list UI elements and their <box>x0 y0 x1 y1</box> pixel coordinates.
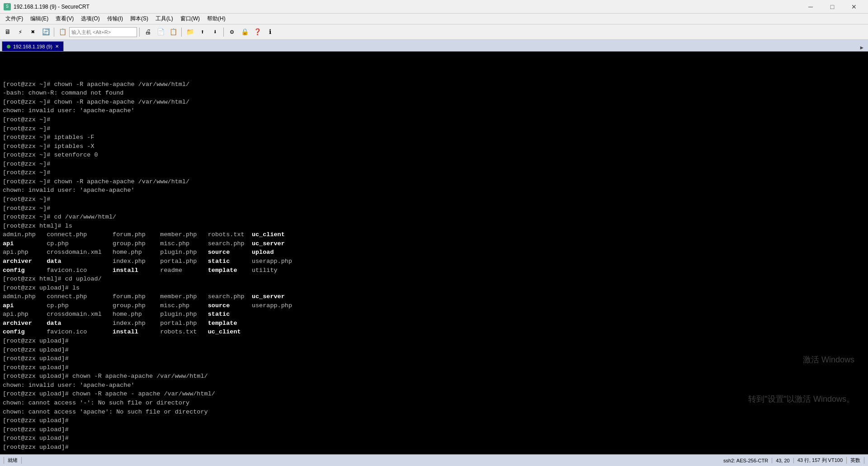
terminal-line: [root@zzx upload]# <box>3 443 865 452</box>
tb-print-button[interactable]: 🖨 <box>142 26 154 38</box>
tb-lock-button[interactable]: 🔒 <box>239 26 250 38</box>
tab-label: 192.168.1.198 (9) <box>13 44 52 49</box>
status-encoding: 英数 <box>847 457 864 464</box>
tb-help-button[interactable]: ❓ <box>251 26 263 38</box>
terminal-line: [root@zzx ~]# setenforce 0 <box>3 151 865 160</box>
terminal-line: api.php crossdomain.xml home.php plugin.… <box>3 310 865 319</box>
status-ready: 就绪 <box>4 457 22 464</box>
terminal-line: [root@zzx upload]# <box>3 434 865 443</box>
terminal-line: [root@zzx upload]# <box>3 425 865 434</box>
toolbar-separator-2 <box>139 28 140 37</box>
menu-script[interactable]: 脚本(S) <box>127 14 152 24</box>
terminal-line: [root@zzx ~]# chown -R apache-apache /va… <box>3 177 865 186</box>
tab-scroll-button[interactable]: ▶ <box>858 44 866 51</box>
minimize-button[interactable]: ─ <box>800 0 821 14</box>
statusbar: 就绪 ssh2: AES-256-CTR 43, 20 43 行, 157 列 … <box>0 454 868 466</box>
status-ssh: ssh2: AES-256-CTR <box>720 458 772 463</box>
tb-copy-button[interactable]: 📄 <box>155 26 166 38</box>
status-cursor: 43, 20 <box>772 458 794 463</box>
tb-upload-button[interactable]: ⬆ <box>197 26 208 38</box>
menu-window[interactable]: 窗口(W) <box>177 14 203 24</box>
terminal-line: chown: cannot access 'apache': No such f… <box>3 408 865 417</box>
terminal-line: [root@zzx upload]# <box>3 363 865 372</box>
toolbar-separator-4 <box>223 28 224 37</box>
terminal-line: api cp.php group.php misc.php search.php… <box>3 239 865 248</box>
terminal-line: api cp.php group.php misc.php source use… <box>3 301 865 310</box>
terminal-line: admin.php connect.php forum.php member.p… <box>3 292 865 301</box>
terminal-line: [root@zzx upload]# <box>3 354 865 363</box>
terminal-line: archiver data index.php portal.php stati… <box>3 257 865 266</box>
terminal-line: [root@zzx ~]# chown -R apache-apache /va… <box>3 98 865 107</box>
toolbar: 🖥 ⚡ ✖ 🔄 📋 🖨 📄 📋 📁 ⬆ ⬇ ⚙ 🔒 ❓ ℹ <box>0 24 868 40</box>
terminal-line: [root@zzx upload]# <box>3 337 865 346</box>
tb-disconnect-button[interactable]: ✖ <box>27 26 39 38</box>
terminal-line: archiver data index.php portal.php templ… <box>3 319 865 328</box>
terminal-line: [root@zzx ~]# cd /var/www/html/ <box>3 213 865 222</box>
terminal-line: [root@zzx html]# cd upload/ <box>3 275 865 284</box>
terminal-line: chown: invalid user: 'apache-apache' <box>3 381 865 390</box>
terminal-line: [root@zzx ~]# iptables -X <box>3 142 865 151</box>
terminal-line: [root@zzx ~]# <box>3 115 865 124</box>
terminal-line: api.php crossdomain.xml home.php plugin.… <box>3 248 865 257</box>
terminal-line: [root@zzx upload]# <box>3 346 865 355</box>
tb-new-button[interactable]: 🖥 <box>2 26 14 38</box>
terminal[interactable]: 激活 Windows 转到"设置"以激活 Windows。 [root@zzx … <box>0 52 868 454</box>
menu-file[interactable]: 文件(F) <box>2 14 27 24</box>
tb-download-button[interactable]: ⬇ <box>209 26 221 38</box>
tb-paste-button[interactable]: 📋 <box>167 26 179 38</box>
terminal-line: chown: invalid user: 'apache-apache' <box>3 186 865 195</box>
terminal-content: [root@zzx ~]# chown -R apache-apache /va… <box>3 80 865 452</box>
title-text: 192.168.1.198 (9) - SecureCRT <box>14 4 800 10</box>
menubar: 文件(F) 编辑(E) 查看(V) 选项(O) 传输(I) 脚本(S) 工具(L… <box>0 14 868 24</box>
toolbar-separator-3 <box>181 28 182 37</box>
window-controls: ─ □ ✕ <box>800 0 864 14</box>
host-input[interactable] <box>69 27 137 37</box>
terminal-line: [root@zzx ~]# <box>3 168 865 177</box>
tab-close-button[interactable]: ✕ <box>55 44 59 49</box>
terminal-line: [root@zzx ~]# <box>3 195 865 204</box>
terminal-line: [root@zzx ~]# iptables -F <box>3 133 865 142</box>
close-button[interactable]: ✕ <box>844 0 864 14</box>
terminal-line: [root@zzx upload]# chown -R apache - apa… <box>3 390 865 399</box>
tab-session-1[interactable]: 192.168.1.198 (9) ✕ <box>2 41 64 51</box>
terminal-line: admin.php connect.php forum.php member.p… <box>3 230 865 239</box>
tb-sftp-button[interactable]: 📁 <box>184 26 196 38</box>
terminal-line: [root@zzx upload]# <box>3 416 865 425</box>
tab-status-dot <box>7 45 10 48</box>
tb-settings-button[interactable]: ⚙ <box>226 26 238 38</box>
tb-reconnect-button[interactable]: 🔄 <box>40 26 52 38</box>
menu-view[interactable]: 查看(V) <box>52 14 77 24</box>
app-icon: S <box>4 3 11 10</box>
terminal-line: chown: cannot access '-': No such file o… <box>3 399 865 408</box>
tb-connect-button[interactable]: ⚡ <box>14 26 26 38</box>
terminal-line: config favicon.ico install readme templa… <box>3 266 865 275</box>
menu-transfer[interactable]: 传输(I) <box>104 14 127 24</box>
tb-about-button[interactable]: ℹ <box>264 26 276 38</box>
terminal-line: [root@zzx ~]# <box>3 204 865 213</box>
terminal-line: [root@zzx ~]# chown -R apache-apache /va… <box>3 80 865 89</box>
terminal-line: [root@zzx html]# ls <box>3 222 865 231</box>
tabbar: 192.168.1.198 (9) ✕ ▶ <box>0 40 868 52</box>
menu-options[interactable]: 选项(O) <box>77 14 103 24</box>
tb-clone-button[interactable]: 📋 <box>57 26 68 38</box>
status-lines: 43 行, 157 列 VT100 <box>794 457 847 464</box>
titlebar: S 192.168.1.198 (9) - SecureCRT ─ □ ✕ <box>0 0 868 14</box>
terminal-line: chown: invalid user: 'apache-apache' <box>3 106 865 115</box>
terminal-line: [root@zzx upload]# ls <box>3 284 865 293</box>
terminal-line: [root@zzx ~]# <box>3 124 865 133</box>
maximize-button[interactable]: □ <box>822 0 843 14</box>
terminal-line: config favicon.ico install robots.txt uc… <box>3 328 865 337</box>
menu-edit[interactable]: 编辑(E) <box>27 14 52 24</box>
toolbar-separator-1 <box>54 28 54 37</box>
terminal-line: -bash: chown-R: command not found <box>3 89 865 98</box>
menu-help[interactable]: 帮助(H) <box>203 14 229 24</box>
terminal-line: [root@zzx upload]# chown -R apache-apach… <box>3 372 865 381</box>
terminal-line: [root@zzx ~]# <box>3 160 865 169</box>
menu-tools[interactable]: 工具(L) <box>152 14 177 24</box>
